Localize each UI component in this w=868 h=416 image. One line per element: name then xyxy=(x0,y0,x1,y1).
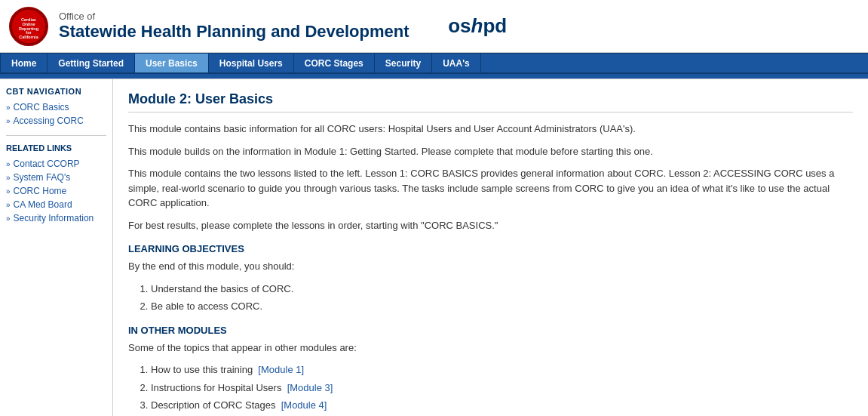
sidebar-item-accessing-corc[interactable]: » Accessing CORC xyxy=(6,114,106,128)
nav-getting-started[interactable]: Getting Started xyxy=(48,54,135,72)
learning-objectives-list: Understand the basics of CORC. Be able t… xyxy=(151,282,853,314)
sidebar-item-security-info[interactable]: » Security Information xyxy=(6,211,106,225)
learning-intro: By the end of this module, you should: xyxy=(128,259,853,274)
sidebar-item-contact-ccorp[interactable]: » Contact CCORP xyxy=(6,157,106,171)
sidebar-item-corc-home[interactable]: » CORC Home xyxy=(6,184,106,198)
intro-paragraph-1: This module contains basic information f… xyxy=(128,122,853,137)
other-module-item-1: How to use this training [Module 1] xyxy=(151,362,853,377)
corc-logo: Cardiac Online Reporting for California xyxy=(9,7,48,46)
related-links-title: RELATED LINKS xyxy=(6,143,106,153)
sidebar-system-faqs-label: System FAQ's xyxy=(14,172,71,183)
oshpd-logo: oshpd xyxy=(432,14,508,38)
learning-item-2: Be able to access CORC. xyxy=(151,299,853,314)
page-title: Module 2: User Basics xyxy=(128,91,853,112)
sidebar-security-info-label: Security Information xyxy=(14,213,94,223)
module-1-link[interactable]: [Module 1] xyxy=(258,364,304,375)
arrow-icon: » xyxy=(6,160,11,168)
arrow-icon: » xyxy=(6,187,11,196)
module-4-link[interactable]: [Module 4] xyxy=(281,399,327,411)
nav-uaas[interactable]: UAA's xyxy=(432,54,481,72)
header-text: Office of Statewide Health Planning and … xyxy=(59,11,409,42)
learning-item-1: Understand the basics of CORC. xyxy=(151,282,853,297)
other-module-item-3: Description of CORC Stages [Module 4] xyxy=(151,398,853,413)
other-modules-list: How to use this training [Module 1] Inst… xyxy=(151,362,853,416)
main-layout: CBT NAVIGATION » CORC Basics » Accessing… xyxy=(0,79,868,416)
navbar: Home Getting Started User Basics Hospita… xyxy=(0,53,868,74)
sidebar-corc-basics-label: CORC Basics xyxy=(14,102,69,112)
sidebar-item-corc-basics[interactable]: » CORC Basics xyxy=(6,100,106,114)
nav-corc-stages[interactable]: CORC Stages xyxy=(294,54,375,72)
arrow-icon: » xyxy=(6,201,11,209)
intro-paragraph-3: This module contains the two lessons lis… xyxy=(128,166,853,211)
office-of-label: Office of xyxy=(59,11,409,22)
other-module-text-2: Instructions for Hospital Users xyxy=(151,382,281,393)
sidebar-corc-home-label: CORC Home xyxy=(14,186,67,196)
nav-hospital-users[interactable]: Hospital Users xyxy=(209,54,294,72)
arrow-icon: » xyxy=(6,174,11,182)
sidebar-contact-ccorp-label: Contact CCORP xyxy=(14,159,80,169)
nav-home[interactable]: Home xyxy=(0,54,48,72)
nav-security[interactable]: Security xyxy=(375,54,432,72)
other-module-item-2: Instructions for Hospital Users [Module … xyxy=(151,381,853,396)
intro-paragraph-2: This module builds on the information in… xyxy=(128,144,853,159)
sidebar-item-ca-med-board[interactable]: » CA Med Board xyxy=(6,198,106,211)
main-title: Statewide Health Planning and Developmen… xyxy=(59,22,409,42)
nav-user-basics[interactable]: User Basics xyxy=(135,54,209,72)
other-module-text-3: Description of CORC Stages xyxy=(151,399,275,411)
other-modules-intro: Some of the topics that appear in other … xyxy=(128,341,853,356)
header: Cardiac Online Reporting for California … xyxy=(0,0,868,53)
content-area: Module 2: User Basics This module contai… xyxy=(113,79,868,416)
arrow-icon: » xyxy=(6,103,11,112)
logo-area: Cardiac Online Reporting for California … xyxy=(9,7,507,46)
sidebar: CBT NAVIGATION » CORC Basics » Accessing… xyxy=(0,79,113,416)
cbt-nav-title: CBT NAVIGATION xyxy=(6,87,106,96)
svg-text:Cardiac: Cardiac xyxy=(21,17,36,21)
arrow-icon: » xyxy=(6,117,11,125)
sidebar-ca-med-board-label: CA Med Board xyxy=(14,199,72,210)
sidebar-divider xyxy=(6,135,106,136)
intro-paragraph-4: For best results, please complete the le… xyxy=(128,218,853,233)
svg-text:California: California xyxy=(19,34,38,39)
other-modules-heading: IN OTHER MODULES xyxy=(128,325,853,336)
learning-objectives-heading: LEARNING OBJECTIVES xyxy=(128,243,853,254)
arrow-icon: » xyxy=(6,214,11,223)
sidebar-item-system-faqs[interactable]: » System FAQ's xyxy=(6,171,106,184)
other-module-text-1: How to use this training xyxy=(151,364,253,375)
module-3-link[interactable]: [Module 3] xyxy=(287,382,333,393)
sidebar-accessing-corc-label: Accessing CORC xyxy=(14,116,84,126)
